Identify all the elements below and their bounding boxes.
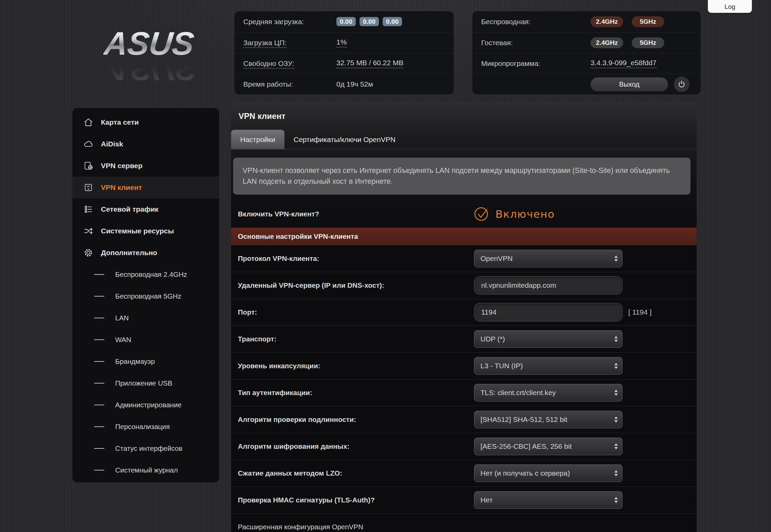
form-row-auth-algorithm: Алгоритм проверки подлинности:[SHA512] S…	[231, 406, 697, 433]
system-status-panel: Средняя загрузка:0.000.000.00Загрузка ЦП…	[234, 11, 454, 94]
home-icon	[83, 117, 94, 128]
auth-algorithm-label: Алгоритм проверки подлинности:	[238, 415, 474, 424]
sidebar-subitem-label: LAN	[115, 314, 129, 322]
port-input[interactable]	[474, 303, 623, 321]
wireless-band-pill[interactable]: 2.4GHz	[591, 16, 623, 27]
auth-algorithm-select[interactable]: [SHA512] SHA-512, 512 bit	[474, 411, 623, 428]
sidebar-subitem-label: Беспроводная 5GHz	[115, 292, 181, 300]
uptime-value: 0д 19ч 52м	[336, 80, 373, 88]
select-spinner-icon	[614, 497, 618, 503]
sidebar-subitem-label: Статус интерфейсов	[115, 444, 182, 453]
sidebar-subitem-label: Системный журнал	[115, 466, 178, 474]
vpn-enabled-status: Включено	[495, 208, 555, 220]
lzo-label: Сжатие данных методом LZO:	[238, 469, 474, 477]
dash-bullet	[94, 426, 104, 427]
sidebar-subitem-wan[interactable]: WAN	[72, 329, 219, 351]
sidebar-item-network-map[interactable]: Карта сети	[72, 111, 219, 133]
enable-vpn-label: Включить VPN-клиент?	[238, 210, 474, 218]
remote-server-input[interactable]	[474, 276, 623, 295]
sidebar-item-aidisk[interactable]: AiDisk	[72, 133, 219, 155]
sidebar-subitem-wireless-5[interactable]: Беспроводная 5GHz	[72, 285, 219, 307]
sidebar-item-system-resources[interactable]: Системные ресурсы	[72, 220, 219, 242]
sidebar-item-vpn-server[interactable]: VPN сервер	[72, 155, 219, 177]
section-header: Основные настройки VPN-клиента	[231, 228, 697, 245]
guest-band-pill[interactable]: 2.4GHz	[591, 37, 623, 48]
sidebar-item-advanced[interactable]: Дополнительно	[72, 242, 219, 264]
encapsulation-select-value: L3 - TUN (IP)	[480, 362, 523, 370]
cloud-icon	[83, 138, 94, 150]
guest-band-pill[interactable]: 5GHz	[632, 37, 664, 48]
check-circle-icon	[474, 207, 491, 221]
form-row-protocol: Протокол VPN-клиента:OpenVPN	[231, 245, 697, 272]
lzo-select[interactable]: Нет (и получать с сервера)	[474, 464, 623, 482]
status-row-load-average: Средняя загрузка:0.000.000.00	[234, 11, 454, 32]
load-badge: 0.00	[336, 17, 356, 26]
form-row-lzo: Сжатие данных методом LZO:Нет (и получат…	[231, 460, 697, 486]
cpu-load-value[interactable]: 1%	[336, 38, 347, 48]
free-ram-value[interactable]: 32.75 MB / 60.22 MB	[336, 59, 403, 68]
select-spinner-icon	[614, 416, 618, 423]
sidebar-subitem-label: Брандмауэр	[115, 357, 155, 366]
page-title: VPN клиент	[231, 102, 697, 121]
sidebar-subitem-administration[interactable]: Администрирование	[72, 394, 219, 416]
cipher-select[interactable]: [AES-256-CBC] AES, 256 bit	[474, 438, 623, 455]
hmac-select[interactable]: Нет	[474, 491, 623, 509]
auth-type-select[interactable]: TLS: client.crt/client.key	[474, 384, 623, 402]
port-hint: [ 1194 ]	[628, 308, 652, 316]
sidebar-subitem-label: Приложение USB	[115, 379, 172, 387]
status-row-free-ram: Свободно ОЗУ:32.75 MB / 60.22 MB	[234, 53, 454, 74]
cpu-load-label[interactable]: Загрузка ЦП:	[243, 39, 286, 48]
firmware-value[interactable]: 3.4.3.9-099_e58fdd7	[591, 59, 656, 68]
sidebar-item-label: Системные ресурсы	[101, 227, 174, 235]
status-row-cpu-load: Загрузка ЦП:1%	[234, 32, 454, 53]
load-badges: 0.000.000.00	[336, 18, 406, 25]
sidebar-item-vpn-client[interactable]: VPN клиент	[72, 177, 219, 198]
sidebar-subitem-personalization[interactable]: Персонализация	[72, 416, 219, 438]
free-ram-label[interactable]: Свободно ОЗУ:	[243, 59, 294, 69]
select-spinner-icon	[614, 255, 618, 262]
dash-bullet	[94, 339, 104, 340]
vpn-enabled-toggle[interactable]: Включено	[474, 207, 555, 221]
protocol-select[interactable]: OpenVPN	[474, 250, 623, 267]
dash-bullet	[94, 318, 104, 318]
remote-server-label: Удаленный VPN-сервер (IP или DNS-хост):	[238, 281, 474, 289]
log-button[interactable]: Log	[708, 0, 752, 13]
tab-bar: НастройкиСертификаты/ключи OpenVPN	[231, 130, 697, 149]
cipher-select-value: [AES-256-CBC] AES, 256 bit	[480, 442, 572, 450]
firmware-label: Микропрограмма:	[481, 59, 591, 68]
sidebar-item-label: VPN сервер	[101, 162, 142, 170]
logout-button[interactable]: Выход	[591, 77, 668, 91]
auth-algorithm-select-value: [SHA512] SHA-512, 512 bit	[480, 415, 567, 424]
wireless-band-pill[interactable]: 5GHz	[632, 16, 664, 27]
enable-vpn-row: Включить VPN-клиент? Включено	[231, 201, 697, 228]
load-badge: 0.00	[360, 17, 379, 26]
advanced-config-label: Расширенная конфигурация OpenVPN	[238, 523, 474, 531]
tab-certificates[interactable]: Сертификаты/ключи OpenVPN	[284, 130, 405, 149]
sidebar-subitem-system-log[interactable]: Системный журнал	[72, 459, 219, 481]
lzo-select-value: Нет (и получать с сервера)	[480, 469, 570, 477]
sidebar: Карта сетиAiDiskVPN серверVPN клиентСете…	[72, 108, 219, 482]
vpn-server-icon	[83, 160, 94, 172]
sidebar-subitem-interface-status[interactable]: Статус интерфейсов	[72, 438, 219, 459]
auth-type-select-value: TLS: client.crt/client.key	[480, 389, 556, 397]
uptime-label: Время работы:	[243, 80, 336, 88]
select-spinner-icon	[614, 390, 618, 396]
gear-icon	[83, 247, 94, 259]
sidebar-item-network-traffic[interactable]: Сетевой трафик	[72, 198, 219, 220]
form-row-cipher: Алгоритм шифрования данных:[AES-256-CBC]…	[231, 433, 697, 460]
transport-select[interactable]: UDP (*)	[474, 330, 623, 348]
sidebar-subitem-usb-app[interactable]: Приложение USB	[72, 372, 219, 394]
sidebar-subitem-wireless-24[interactable]: Беспроводная 2.4GHz	[72, 264, 219, 285]
sidebar-subitem-lan[interactable]: LAN	[72, 307, 219, 329]
dash-bullet	[94, 383, 104, 384]
encapsulation-select[interactable]: L3 - TUN (IP)	[474, 357, 623, 375]
tab-settings[interactable]: Настройки	[231, 130, 284, 149]
asus-logo: ASUS ASUS	[88, 29, 210, 84]
power-button[interactable]	[674, 76, 689, 92]
auth-type-label: Тип аутентификации:	[238, 389, 474, 397]
select-spinner-icon	[614, 363, 618, 369]
vpn-settings-form: Протокол VPN-клиента:OpenVPNУдаленный VP…	[231, 245, 697, 532]
form-row-encapsulation: Уровень инкапсуляции:L3 - TUN (IP)	[231, 352, 697, 379]
dash-bullet	[94, 405, 104, 405]
sidebar-subitem-firewall[interactable]: Брандмауэр	[72, 351, 219, 372]
